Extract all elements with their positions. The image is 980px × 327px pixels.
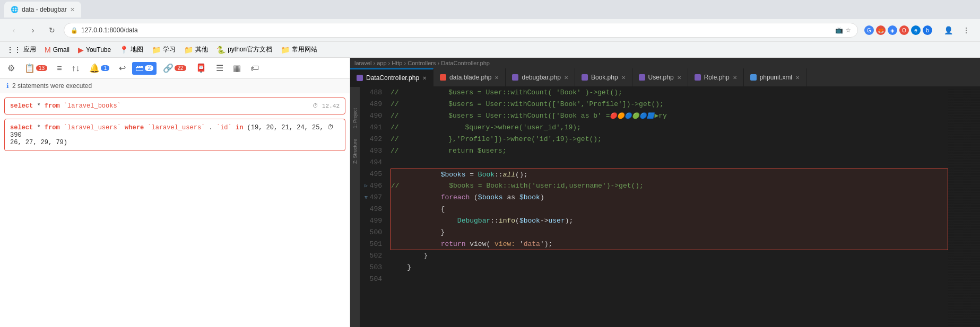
ext-icon-6[interactable]: b (923, 25, 932, 35)
tab-close-blade[interactable]: ✕ (495, 75, 499, 81)
ln-494: 494 (364, 157, 382, 169)
browser-extensions: G 🦊 ◈ O e b (864, 25, 932, 35)
debugbar-tags-btn[interactable]: 🏷 (247, 62, 262, 75)
debugbar-views-btn[interactable]: ☰ (213, 61, 227, 75)
refresh-button[interactable]: ↻ (45, 23, 59, 38)
code-line-494 (391, 157, 948, 169)
query-time-1: ⏱ 12.42 (313, 102, 340, 109)
ln-493: 493 (364, 145, 382, 157)
debugbar-exceptions-btn[interactable]: 🔔 1 (86, 61, 112, 75)
code-line-498: { (391, 204, 948, 215)
ext-icon-2[interactable]: 🦊 (876, 25, 886, 35)
code-line-490: // $users = User::withCount(['Book as b'… (391, 110, 948, 122)
query-row-1[interactable]: select * from `laravel_books` ⏱ 12.42 (4, 98, 345, 114)
bookmark-maps[interactable]: 📍 地图 (119, 45, 143, 54)
debugbar-queries-btn[interactable]: 📋 13 (21, 61, 50, 75)
bookmark-python[interactable]: 🐍 python官方文档 (216, 45, 272, 54)
ln-490: 490 (364, 110, 382, 122)
php-icon-4 (639, 74, 645, 81)
tab-debugbar[interactable]: 🌐 data - debugbar ✕ (4, 2, 81, 17)
debugbar-timeline-btn[interactable]: ↑↓ (68, 62, 83, 75)
tab-bar: 🌐 data - debugbar ✕ (0, 0, 980, 19)
ln-492: 492 (364, 134, 382, 145)
query-row-2[interactable]: select * from `laravel_users` where `lar… (4, 119, 345, 151)
tab-close-book[interactable]: ✕ (621, 75, 626, 81)
common-icon: 📁 (281, 46, 290, 54)
project-panel-label[interactable]: 1: Project (352, 108, 358, 128)
structure-panel-label[interactable]: Z: Structure (352, 139, 358, 164)
code-line-499: Debugbar :: info ( $book -> user ); (391, 215, 948, 227)
code-line-496: // $books = Book::with('user:id,username… (391, 180, 948, 192)
ln-489: 489 (364, 99, 382, 110)
debugbar-messages-btn[interactable]: ≡ (54, 62, 65, 75)
status-text: 2 statements were executed (12, 82, 92, 90)
bookmark-star-icon[interactable]: ☆ (845, 26, 851, 34)
ln-499: 499 (364, 215, 382, 227)
debugbar-redirect-btn[interactable]: ↩ (116, 61, 129, 75)
tab-role[interactable]: Role.php ✕ (688, 68, 744, 87)
browser-nav: ‹ › ↻ 🔒 127.0.0.1:8000/data 📺 ☆ G 🦊 ◈ O … (0, 19, 980, 41)
php-icon-5 (695, 74, 701, 81)
ext-icon-4[interactable]: O (899, 25, 909, 35)
profile-button[interactable]: 👤 (941, 23, 956, 38)
tab-close-datacontroller[interactable]: ✕ (422, 75, 427, 81)
debugbar-toolbar: ⚙ 📋 13 ≡ ↑↓ 🔔 1 ↩ 🗃 2 (0, 58, 350, 79)
xml-icon (750, 74, 757, 81)
route-icon: 🔗 (163, 63, 174, 73)
address-text: 127.0.0.1:8000/data (81, 26, 832, 34)
menu-button[interactable]: ⋮ (959, 23, 974, 38)
tab-user[interactable]: User.php ✕ (632, 68, 688, 87)
tab-close-role[interactable]: ✕ (733, 75, 737, 81)
tab-close-phpunit[interactable]: ✕ (795, 75, 800, 81)
ln-488: 488 (364, 87, 382, 99)
tab-close-debugbar[interactable]: ✕ (564, 75, 568, 81)
code-line-503: } (391, 262, 948, 273)
ln-497: ▽497 (364, 192, 382, 204)
tab-data-blade[interactable]: data.blade.php ✕ (433, 68, 506, 87)
ide-panel: laravel › app › Http › Controllers › Dat… (350, 58, 980, 327)
bookmark-other[interactable]: 📁 其他 (184, 45, 208, 54)
bookmark-gmail-label: Gmail (53, 46, 70, 54)
back-button[interactable]: ‹ (6, 23, 21, 38)
code-line-497: foreach ( $books as $book ) (391, 192, 948, 204)
code-line-501: return view( view: ' data '); (391, 238, 948, 250)
debugbar-auth-btn[interactable]: ▦ (230, 61, 244, 75)
redirect-icon: ↩ (119, 63, 126, 73)
bookmark-youtube[interactable]: ▶ YouTube (78, 46, 111, 54)
ext-icon-1[interactable]: G (864, 25, 874, 35)
bookmark-common[interactable]: 📁 常用网站 (281, 45, 317, 54)
ide-tab-bar: DataController.php ✕ data.blade.php ✕ de… (350, 68, 980, 87)
ext-icon-5[interactable]: e (911, 25, 921, 35)
tab-favicon: 🌐 (11, 6, 19, 13)
apps-icon: ⋮⋮ (6, 46, 21, 54)
ext-icon-3[interactable]: ◈ (888, 25, 897, 35)
bookmark-study[interactable]: 📁 学习 (152, 45, 176, 54)
php-icon-3 (582, 74, 588, 81)
tab-debugbar-php[interactable]: debugbar.php ✕ (506, 68, 575, 87)
tab-close-user[interactable]: ✕ (677, 75, 681, 81)
tab-debugbar-label: debugbar.php (522, 74, 560, 81)
timeline-icon: ↑↓ (71, 64, 80, 73)
tab-close-icon[interactable]: ✕ (70, 6, 75, 13)
cast-icon[interactable]: 📺 (835, 26, 843, 34)
bookmark-apps[interactable]: ⋮⋮ 应用 (6, 45, 36, 54)
mail-icon: 📮 (196, 63, 206, 73)
sql-icon: 🗃 (135, 64, 144, 73)
tab-phpunit-label: phpunit.xml (760, 74, 792, 81)
debugbar-route-btn[interactable]: 🔗 22 (160, 61, 189, 75)
address-bar[interactable]: 🔒 127.0.0.1:8000/data 📺 ☆ (64, 23, 858, 38)
ide-side-left: 1: Project Z: Structure (350, 87, 360, 327)
tab-book[interactable]: Book.php ✕ (575, 68, 632, 87)
debugbar-sql-btn[interactable]: 🗃 2 (132, 62, 157, 75)
queries-panel: select * from `laravel_books` ⏱ 12.42 se… (0, 93, 350, 327)
tab-phpunit[interactable]: phpunit.xml ✕ (744, 68, 806, 87)
bookmark-gmail[interactable]: M Gmail (45, 46, 70, 54)
debugbar-settings-btn[interactable]: ⚙ (4, 61, 18, 75)
other-icon: 📁 (184, 46, 193, 54)
php-icon (357, 75, 363, 81)
code-lines: // $users = User::withCount( 'Book' )->g… (386, 87, 948, 327)
tab-datacontroller[interactable]: DataController.php ✕ (350, 68, 433, 87)
forward-button[interactable]: › (25, 23, 40, 38)
debugbar-mail-btn[interactable]: 📮 (193, 61, 210, 75)
code-line-492: // },'Profile'])->where('id',19)->get(); (391, 134, 948, 145)
